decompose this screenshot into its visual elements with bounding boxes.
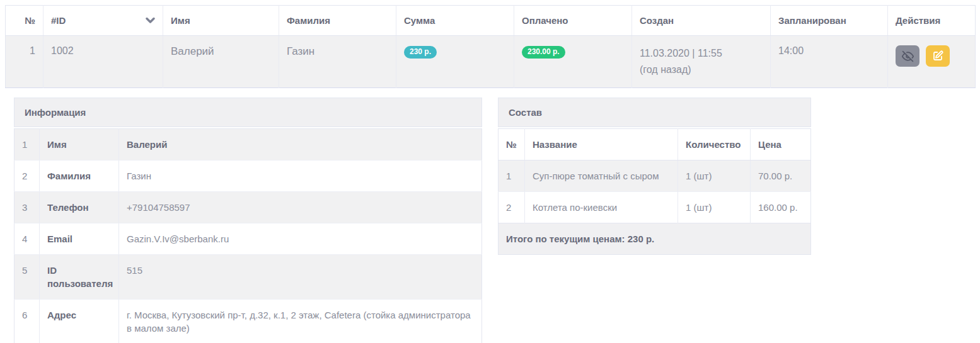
col-header-id-label: #ID	[51, 15, 66, 26]
col-header-created: Создан	[632, 6, 771, 36]
comp-col-name: Название	[525, 129, 678, 160]
col-header-sum: Сумма	[396, 6, 514, 36]
info-row-num: 6	[14, 300, 40, 343]
order-actions-cell	[888, 36, 976, 88]
comp-col-num: №	[499, 129, 525, 160]
order-sum-cell: 230 р.	[396, 36, 514, 88]
order-created-relative: (год назад)	[640, 62, 763, 78]
info-row-value: Валерий	[119, 129, 482, 160]
composition-table: № Название Количество Цена 1 Суп-пюре то…	[498, 128, 811, 255]
orders-table: № #ID Имя Фамилия Сумма Оплачено Создан …	[5, 5, 976, 88]
hide-order-button[interactable]	[896, 45, 919, 67]
composition-item-row: 1 Суп-пюре томатный с сыром 1 (шт) 70.00…	[499, 160, 811, 192]
info-panel: Информация 1 Имя Валерий 2 Фамилия Газин…	[14, 98, 482, 343]
info-row-num: 3	[14, 192, 40, 223]
detail-panels: Информация 1 Имя Валерий 2 Фамилия Газин…	[14, 98, 966, 343]
edit-icon	[932, 50, 943, 62]
info-panel-title: Информация	[14, 98, 482, 127]
info-table: 1 Имя Валерий 2 Фамилия Газин 3 Телефон …	[14, 128, 482, 343]
comp-item-qty: 1 (шт)	[678, 192, 751, 223]
composition-header-row: № Название Количество Цена	[499, 129, 811, 160]
order-created: 11.03.2020 | 11:55 (год назад)	[632, 36, 771, 88]
order-first-name: Валерий	[163, 36, 279, 88]
info-row-name: 1 Имя Валерий	[14, 129, 482, 160]
comp-item-qty: 1 (шт)	[678, 160, 751, 192]
comp-item-price: 70.00 р.	[751, 160, 811, 192]
sum-badge: 230 р.	[404, 46, 437, 59]
order-id: 1002	[43, 36, 163, 88]
col-header-num: №	[6, 6, 43, 36]
info-row-value: +79104758597	[119, 192, 482, 223]
comp-col-qty: Количество	[678, 129, 751, 160]
info-row-num: 4	[14, 223, 40, 255]
composition-panel: Состав № Название Количество Цена 1 Суп-…	[498, 98, 811, 255]
info-row-phone: 3 Телефон +79104758597	[14, 192, 482, 223]
col-header-first-name: Имя	[163, 6, 279, 36]
order-row-num: 1	[6, 36, 43, 88]
chevron-down-icon	[146, 17, 155, 24]
info-row-label: Телефон	[40, 192, 119, 223]
info-row-user-id: 5 ID пользователя 515	[14, 255, 482, 300]
info-row-num: 5	[14, 255, 40, 300]
order-scheduled: 14:00	[771, 36, 888, 88]
info-row-surname: 2 Фамилия Газин	[14, 160, 482, 192]
info-row-value: 515	[119, 255, 482, 300]
info-row-label: ID пользователя	[40, 255, 119, 300]
comp-item-price: 160.00 р.	[751, 192, 811, 223]
info-row-email: 4 Email Gazin.V.Iv@sberbank.ru	[14, 223, 482, 255]
composition-panel-title: Состав	[498, 98, 811, 127]
orders-header-row: № #ID Имя Фамилия Сумма Оплачено Создан …	[6, 6, 976, 36]
col-header-id[interactable]: #ID	[43, 6, 163, 36]
order-paid-cell: 230.00 р.	[514, 36, 632, 88]
eye-slash-icon	[902, 50, 914, 62]
order-last-name: Газин	[279, 36, 396, 88]
col-header-paid: Оплачено	[514, 6, 632, 36]
order-row: 1 1002 Валерий Газин 230 р. 230.00 р. 11…	[6, 36, 976, 88]
composition-total: Итого по текущим ценам: 230 р.	[499, 223, 811, 255]
comp-item-name: Котлета по-киевски	[525, 192, 678, 223]
comp-item-name: Суп-пюре томатный с сыром	[525, 160, 678, 192]
composition-total-row: Итого по текущим ценам: 230 р.	[499, 223, 811, 255]
col-header-last-name: Фамилия	[279, 6, 396, 36]
col-header-actions: Действия	[888, 6, 976, 36]
comp-col-price: Цена	[751, 129, 811, 160]
info-row-num: 1	[14, 129, 40, 160]
info-row-label: Email	[40, 223, 119, 255]
info-row-num: 2	[14, 160, 40, 192]
composition-item-row: 2 Котлета по-киевски 1 (шт) 160.00 р.	[499, 192, 811, 223]
info-row-value: Gazin.V.Iv@sberbank.ru	[119, 223, 482, 255]
orders-table-card: № #ID Имя Фамилия Сумма Оплачено Создан …	[5, 5, 975, 88]
col-header-scheduled: Запланирован	[771, 6, 888, 36]
info-row-value: г. Москва, Кутузовский пр-т, д.32, к.1, …	[119, 300, 482, 343]
comp-item-num: 1	[499, 160, 525, 192]
order-created-datetime: 11.03.2020 | 11:55	[640, 45, 763, 62]
edit-order-button[interactable]	[926, 45, 950, 67]
info-row-address: 6 Адрес г. Москва, Кутузовский пр-т, д.3…	[14, 300, 482, 343]
info-row-label: Фамилия	[40, 160, 119, 192]
info-row-label: Имя	[40, 129, 119, 160]
info-row-label: Адрес	[40, 300, 119, 343]
comp-item-num: 2	[499, 192, 525, 223]
info-row-value: Газин	[119, 160, 482, 192]
paid-badge: 230.00 р.	[522, 46, 565, 59]
